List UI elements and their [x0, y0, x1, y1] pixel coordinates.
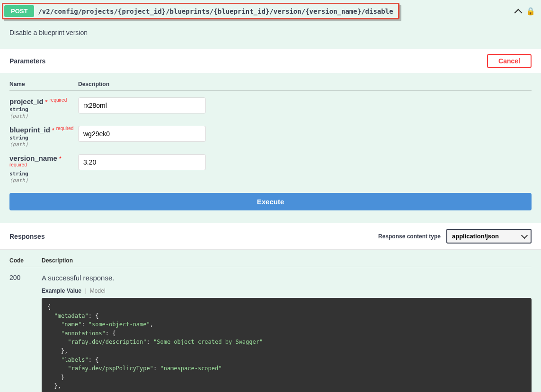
response-content-type-label: Response content type: [378, 233, 441, 240]
example-tabs: Example Value | Model: [42, 287, 532, 294]
response-content-type-select[interactable]: application/json: [446, 229, 532, 244]
responses-body: Code Description 200 A successful respon…: [0, 250, 541, 392]
parameters-heading-row: Parameters Cancel: [0, 49, 541, 73]
param-header-name: Name: [9, 81, 78, 87]
required-label: required: [56, 126, 74, 131]
endpoint-path: /v2/config/projects/{project_id}/bluepri…: [35, 5, 398, 18]
project-id-input[interactable]: [78, 97, 206, 113]
blueprint-id-input[interactable]: [78, 126, 206, 142]
responses-header-code: Code: [9, 257, 42, 264]
response-row: 200 A successful response. Example Value…: [9, 274, 532, 392]
responses-heading-row: Responses Response content type applicat…: [0, 223, 541, 250]
lock-icon[interactable]: 🔒: [526, 7, 535, 16]
param-name: project_id: [9, 97, 44, 105]
http-method-badge: POST: [4, 5, 34, 17]
required-star-icon: *: [59, 155, 62, 162]
param-name: version_name: [9, 154, 57, 162]
param-in: (path): [9, 113, 78, 119]
param-type: string: [9, 171, 78, 177]
endpoint-header[interactable]: POST /v2/config/projects/{project_id}/bl…: [0, 0, 541, 22]
tab-separator: |: [85, 287, 86, 294]
responses-header-description: Description: [42, 257, 532, 264]
param-name: blueprint_id: [9, 126, 50, 134]
required-star-icon: *: [52, 127, 54, 134]
response-description: A successful response.: [42, 274, 532, 282]
response-content-type-select-wrap: application/json: [446, 229, 532, 244]
tab-model[interactable]: Model: [90, 287, 106, 294]
required-star-icon: *: [45, 98, 48, 105]
parameters-table-header: Name Description: [9, 81, 532, 91]
param-type: string: [9, 106, 78, 113]
required-label: required: [50, 97, 67, 103]
example-code-block: { "metadata": { "name": "some-object-nam…: [42, 298, 532, 392]
param-type: string: [9, 135, 78, 141]
tab-example-value[interactable]: Example Value: [42, 287, 81, 294]
endpoint-summary: Disable a blueprint version: [0, 22, 541, 49]
version-name-input[interactable]: [78, 154, 206, 170]
parameters-area: Name Description project_id * required s…: [0, 73, 541, 223]
chevron-up-icon[interactable]: [514, 9, 523, 17]
required-label: required: [9, 162, 27, 167]
param-row: version_name * required string (path): [9, 154, 532, 183]
response-code: 200: [9, 274, 42, 281]
cancel-button[interactable]: Cancel: [487, 54, 532, 68]
responses-table-header: Code Description: [9, 257, 532, 267]
param-header-description: Description: [78, 81, 532, 87]
param-row: blueprint_id * required string (path): [9, 126, 532, 148]
endpoint-highlight: POST /v2/config/projects/{project_id}/bl…: [2, 3, 399, 19]
param-in: (path): [9, 177, 78, 183]
parameters-heading: Parameters: [9, 57, 45, 65]
execute-button[interactable]: Execute: [9, 193, 532, 210]
param-row: project_id * required string (path): [9, 97, 532, 119]
param-in: (path): [9, 141, 78, 148]
responses-heading: Responses: [9, 233, 45, 240]
